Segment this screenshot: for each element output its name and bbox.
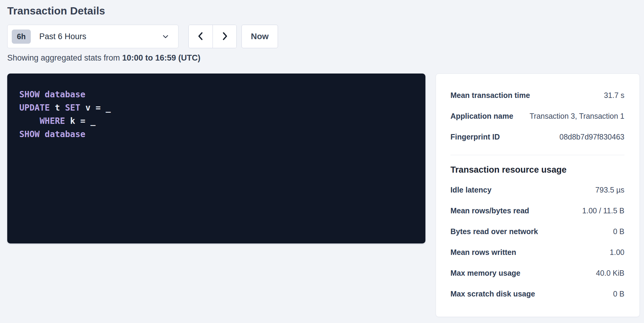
stat-row: Fingerprint ID08d8b7d97f830463	[450, 127, 624, 147]
sql-statement-panel: SHOW databaseUPDATE t SET v = _ WHERE k …	[7, 74, 425, 243]
stat-label: Max memory usage	[450, 269, 520, 278]
stat-label: Fingerprint ID	[450, 133, 500, 141]
stat-row: Max memory usage40.0 KiB	[450, 263, 624, 284]
stat-row: Mean rows/bytes read1.00 / 11.5 B	[450, 200, 624, 221]
stat-label: Idle latency	[450, 186, 491, 194]
next-interval-button[interactable]	[213, 25, 236, 48]
sql-keyword-token: SHOW database	[19, 89, 85, 99]
caption-time-range: 10:00 to 16:59 (UTC)	[122, 53, 200, 62]
now-button[interactable]: Now	[242, 25, 278, 48]
page-title: Transaction Details	[7, 5, 640, 17]
stat-label: Mean rows/bytes read	[450, 206, 529, 215]
time-controls: 6h Past 6 Hours	[7, 25, 640, 48]
previous-interval-button[interactable]	[189, 25, 213, 48]
aggregation-caption: Showing aggregated stats from 10:00 to 1…	[7, 53, 640, 63]
stat-value: 0 B	[613, 227, 624, 236]
sql-keyword-token: SHOW database	[19, 129, 85, 139]
chevron-left-icon	[196, 31, 205, 42]
stat-label: Max scratch disk usage	[450, 290, 535, 298]
stat-row: Mean rows written1.00	[450, 242, 624, 263]
stat-value: Transaction 3, Transaction 1	[529, 112, 624, 121]
sql-keyword-token: UPDATE	[19, 103, 50, 113]
resource-usage-heading: Transaction resource usage	[450, 162, 624, 180]
sql-keyword-token: WHERE	[39, 116, 65, 126]
sql-plain-token: t	[50, 103, 65, 113]
transaction-stats-card: Mean transaction time31.7 sApplication n…	[436, 74, 640, 317]
stat-value: 40.0 KiB	[596, 269, 624, 278]
stat-value: 793.5 µs	[595, 186, 624, 194]
main-content: SHOW databaseUPDATE t SET v = _ WHERE k …	[7, 74, 640, 317]
sql-code-line: WHERE k = _	[19, 114, 413, 128]
stat-row: Mean transaction time31.7 s	[450, 85, 624, 106]
stat-label: Bytes read over network	[450, 227, 538, 236]
stat-label: Mean rows written	[450, 248, 516, 257]
stat-label: Mean transaction time	[450, 91, 530, 100]
sql-plain-token: v = _	[80, 103, 111, 113]
stat-value: 1.00	[610, 248, 624, 257]
stat-value: 0 B	[613, 290, 624, 298]
sql-plain-token: k = _	[65, 116, 96, 126]
stat-label: Application name	[450, 112, 513, 121]
caption-prefix: Showing aggregated stats from	[7, 53, 122, 62]
stat-value: 1.00 / 11.5 B	[582, 206, 624, 215]
summary-stats-section: Mean transaction time31.7 sApplication n…	[450, 85, 624, 147]
time-range-dropdown[interactable]: 6h Past 6 Hours	[7, 25, 178, 48]
time-range-badge: 6h	[12, 30, 31, 44]
sql-keyword-token: SET	[65, 103, 80, 113]
sql-statement-text: SHOW databaseUPDATE t SET v = _ WHERE k …	[19, 88, 413, 141]
stat-row: Application nameTransaction 3, Transacti…	[450, 106, 624, 127]
stat-row: Bytes read over network0 B	[450, 221, 624, 242]
resource-usage-section: Idle latency793.5 µsMean rows/bytes read…	[450, 180, 624, 304]
chevron-down-icon	[161, 32, 170, 41]
chevron-right-icon	[220, 31, 229, 42]
stat-row: Idle latency793.5 µs	[450, 180, 624, 200]
stat-value: 31.7 s	[604, 91, 624, 100]
time-range-label: Past 6 Hours	[39, 32, 86, 41]
sql-code-line: SHOW database	[19, 88, 413, 101]
stat-row: Max scratch disk usage0 B	[450, 284, 624, 304]
card-divider	[450, 155, 624, 155]
stat-value: 08d8b7d97f830463	[559, 133, 624, 141]
time-step-button-group	[188, 25, 237, 48]
sql-plain-token	[19, 116, 39, 126]
sql-code-line: UPDATE t SET v = _	[19, 101, 413, 114]
sql-code-line: SHOW database	[19, 128, 413, 141]
transaction-details-page: Transaction Details 6h Past 6 Hours	[0, 0, 644, 317]
